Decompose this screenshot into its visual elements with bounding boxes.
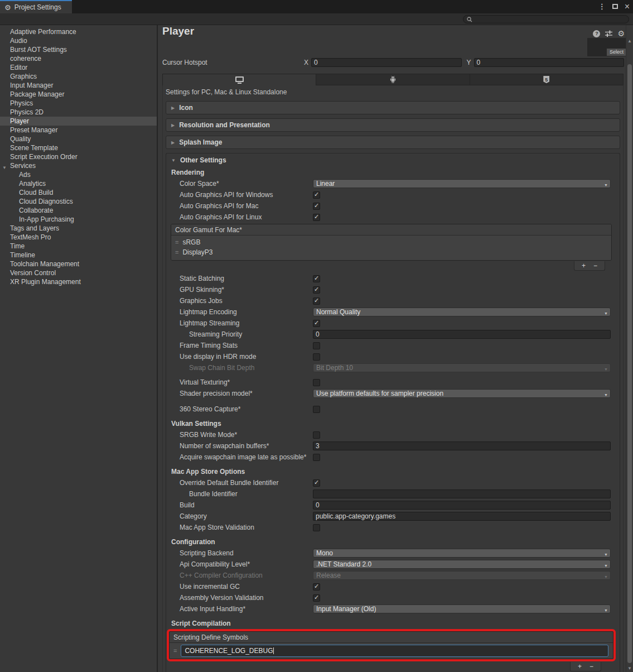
sidebar-item-graphics[interactable]: Graphics (0, 72, 157, 81)
cursor-texture-preview[interactable]: Select (587, 38, 627, 56)
sidebar-item-services[interactable]: ▼ Services (0, 161, 157, 170)
auto-api-linux-checkbox[interactable]: ✓ (313, 214, 320, 221)
gear-icon[interactable]: ⚙ (617, 30, 625, 37)
chevron-down-icon: ▼ (604, 607, 608, 613)
list-item[interactable]: = DisplayP3 (171, 247, 611, 257)
swapchain-buffers-field[interactable]: 3 (313, 441, 611, 450)
auto-api-mac-checkbox[interactable]: ✓ (313, 203, 320, 210)
drag-handle-icon[interactable]: = (175, 249, 178, 256)
stereo-capture-checkbox[interactable] (313, 406, 320, 413)
other-settings-header[interactable]: ▼ Other Settings (166, 153, 620, 167)
lightmap-streaming-checkbox[interactable]: ✓ (313, 320, 320, 327)
remove-item-button[interactable]: − (589, 664, 593, 669)
sidebar-item-adaptive-performance[interactable]: Adaptive Performance (0, 27, 157, 36)
sidebar-item-tags-and-layers[interactable]: Tags and Layers (0, 224, 157, 233)
section-icon[interactable]: ▶ Icon (166, 101, 620, 114)
mac-validation-checkbox[interactable] (313, 524, 320, 531)
scrollbar-thumb[interactable] (627, 64, 632, 663)
drag-handle-icon[interactable]: = (175, 239, 178, 246)
section-resolution-and-presentation[interactable]: ▶ Resolution and Presentation (166, 118, 620, 132)
sidebar-item-toolchain-management[interactable]: Toolchain Management (0, 260, 157, 268)
bundle-identifier-field[interactable] (313, 489, 611, 498)
scroll-down-icon[interactable]: ▼ (627, 666, 632, 671)
sidebar-item-collaborate[interactable]: Collaborate (0, 206, 157, 215)
static-batching-checkbox[interactable]: ✓ (313, 275, 320, 282)
row-acquire-late: Acquire swapchain image late as possible… (166, 452, 620, 463)
scroll-up-icon[interactable]: ▲ (627, 39, 632, 44)
tab-standalone[interactable] (162, 74, 316, 85)
sidebar-item-preset-manager[interactable]: Preset Manager (0, 126, 157, 135)
select-button[interactable]: Select (607, 49, 626, 56)
drag-handle-icon[interactable]: = (173, 647, 177, 654)
cursor-hotspot-x-field[interactable]: 0 (311, 58, 462, 67)
shader-precision-dropdown[interactable]: Use platform defaults for sampler precis… (313, 389, 611, 398)
sidebar-item-scene-template[interactable]: Scene Template (0, 143, 157, 152)
gpu-skinning-checkbox[interactable]: ✓ (313, 286, 320, 294)
toolbar (0, 13, 633, 25)
build-field[interactable]: 0 (313, 501, 611, 510)
close-icon[interactable]: × (625, 3, 630, 10)
incremental-gc-checkbox[interactable]: ✓ (313, 583, 320, 591)
color-space-dropdown[interactable]: Linear ▼ (313, 179, 611, 188)
sidebar-item-coherence[interactable]: coherence (0, 54, 157, 63)
input-handling-dropdown[interactable]: Input Manager (Old) ▼ (313, 604, 611, 613)
add-item-button[interactable]: + (582, 263, 586, 268)
add-item-button[interactable]: + (578, 664, 582, 669)
sidebar-item-physics-2d[interactable]: Physics 2D (0, 108, 157, 117)
hdr-mode-checkbox[interactable] (313, 353, 320, 361)
sidebar-item-ads[interactable]: Ads (0, 170, 157, 179)
project-settings-tab[interactable]: ⚙ Project Settings (0, 0, 72, 13)
list-item[interactable]: = sRGB (171, 237, 611, 247)
sidebar-item-audio[interactable]: Audio (0, 36, 157, 45)
sidebar-item-player[interactable]: Player (0, 117, 157, 126)
auto-api-windows-checkbox[interactable]: ✓ (313, 191, 320, 199)
maximize-icon[interactable] (612, 4, 618, 9)
sidebar-item-xr-plugin-management[interactable]: XR Plugin Management (0, 277, 157, 286)
category-field[interactable]: public.app-category.games (313, 512, 611, 521)
sidebar-item-in-app-purchasing[interactable]: In-App Purchasing (0, 215, 157, 224)
srgb-write-mode-checkbox[interactable] (313, 431, 320, 439)
assembly-validation-checkbox[interactable]: ✓ (313, 594, 320, 602)
sidebar-item-timeline[interactable]: Timeline (0, 251, 157, 260)
sidebar-item-cloud-build[interactable]: Cloud Build (0, 188, 157, 197)
settings-category-list: Adaptive Performance Audio Burst AOT Set… (0, 25, 157, 672)
sidebar-item-burst-aot-settings[interactable]: Burst AOT Settings (0, 45, 157, 54)
sidebar-item-editor[interactable]: Editor (0, 63, 157, 72)
tab-webgl[interactable]: 5 (470, 74, 624, 85)
search-box[interactable] (463, 15, 629, 23)
search-input[interactable] (475, 16, 620, 23)
streaming-priority-field[interactable]: 0 (313, 330, 611, 339)
window-menu-icon[interactable]: ⋮ (598, 2, 606, 11)
presets-icon[interactable] (605, 30, 612, 37)
sidebar-item-package-manager[interactable]: Package Manager (0, 90, 157, 99)
sidebar-item-cloud-diagnostics[interactable]: Cloud Diagnostics (0, 197, 157, 206)
section-splash-image[interactable]: ▶ Splash Image (166, 136, 620, 149)
api-level-dropdown[interactable]: .NET Standard 2.0 ▼ (313, 560, 611, 569)
acquire-late-checkbox[interactable] (313, 454, 320, 461)
title-bar: ⚙ Project Settings ⋮ × (0, 0, 633, 13)
sidebar-item-version-control[interactable]: Version Control (0, 268, 157, 277)
sidebar-item-analytics[interactable]: Analytics (0, 179, 157, 188)
remove-item-button[interactable]: − (593, 263, 597, 268)
vertical-scrollbar[interactable]: ▲ ▼ (626, 25, 633, 672)
frame-timing-stats-checkbox[interactable] (313, 342, 320, 349)
row-streaming-priority: Streaming Priority 0 (166, 329, 620, 340)
scripting-backend-dropdown[interactable]: Mono ▼ (313, 549, 611, 558)
cursor-hotspot-y-field[interactable]: 0 (474, 58, 625, 67)
virtual-texturing-checkbox[interactable] (313, 379, 320, 386)
sidebar-item-textmesh-pro[interactable]: TextMesh Pro (0, 233, 157, 242)
chevron-down-icon: ▼ (604, 562, 608, 569)
graphics-jobs-checkbox[interactable]: ✓ (313, 297, 320, 305)
section-other-settings: ▼ Other Settings Rendering Color Space* … (166, 153, 620, 672)
lightmap-encoding-dropdown[interactable]: Normal Quality ▼ (313, 308, 611, 316)
sidebar-item-time[interactable]: Time (0, 242, 157, 251)
sidebar-item-physics[interactable]: Physics (0, 99, 157, 108)
help-icon[interactable]: ? (593, 30, 600, 37)
tab-android[interactable] (316, 74, 470, 85)
define-symbol-input[interactable]: COHERENCE_LOG_DEBUG (181, 645, 608, 657)
sidebar-item-quality[interactable]: Quality (0, 135, 157, 143)
override-bundle-checkbox[interactable]: ✓ (313, 479, 320, 487)
sidebar-item-input-manager[interactable]: Input Manager (0, 81, 157, 90)
search-icon (467, 17, 472, 22)
sidebar-item-script-execution-order[interactable]: Script Execution Order (0, 152, 157, 161)
